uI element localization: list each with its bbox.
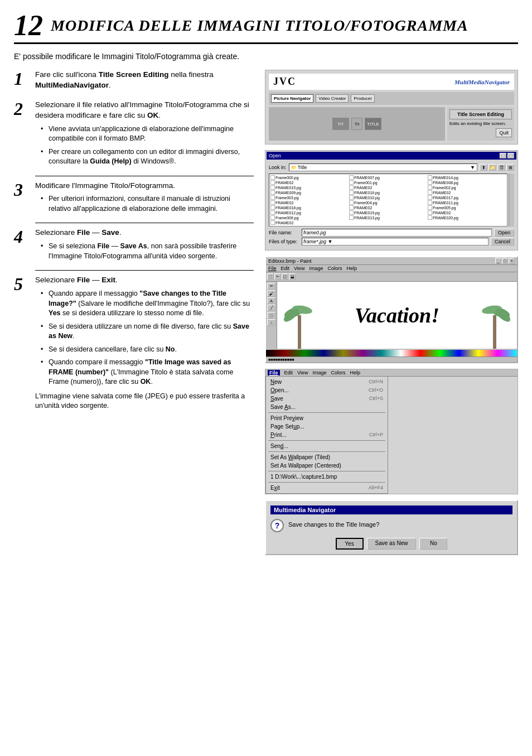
close-btn[interactable]: × — [509, 258, 515, 264]
minimize-btn[interactable]: _ — [495, 258, 501, 264]
paint-menu-edit[interactable]: Edit — [281, 266, 290, 271]
filename-label: File name: — [269, 230, 299, 235]
view-grid-icon[interactable]: ⊞ — [506, 164, 514, 171]
video-creator-btn[interactable]: Video Creator — [316, 94, 349, 103]
list-item[interactable]: FRAME015.pg — [270, 185, 349, 190]
filetype-row: Files of type: frame*.jpg ▼ Cancel — [269, 238, 514, 245]
paint-title: Editxxx.bmp - Paint — [268, 258, 312, 264]
list-item[interactable]: FRAME013.pg — [349, 215, 427, 220]
list-item[interactable]: FRAME02 — [349, 205, 427, 210]
dialog-close-btn[interactable]: × — [507, 153, 514, 158]
list-item[interactable]: FRAME02 — [270, 200, 349, 205]
paint-menu-help[interactable]: Help — [346, 266, 357, 271]
menu-wallpaper-tiled[interactable]: Set As Wallpaper (Tiled) — [266, 453, 388, 461]
list-item[interactable]: FRAME02 — [428, 210, 506, 215]
step-5-bullet-2: Se si desidera utilizzare un nome di fil… — [41, 322, 254, 341]
list-item[interactable]: Frame006.pg — [270, 215, 349, 220]
paint-menu-image[interactable]: Image — [309, 266, 323, 271]
file-menu-image-label[interactable]: Image — [312, 370, 326, 375]
step-1: 1 Fare clic sull'icona Title Screen Edit… — [14, 70, 254, 94]
list-item[interactable]: FRAME020.pg — [428, 215, 506, 220]
list-item[interactable]: FRAME019.pg — [349, 210, 427, 215]
list-item[interactable]: FRAME018.pg — [270, 205, 349, 210]
paint-menu-colors[interactable]: Colors — [327, 266, 342, 271]
menu-new[interactable]: New Ctrl+N — [266, 378, 388, 386]
list-item[interactable]: FRAME014.pg — [428, 175, 506, 180]
filetype-value: frame*.jpg — [303, 239, 326, 244]
lookin-combo[interactable]: 📁 Title ▼ — [289, 163, 477, 171]
menu-save-as[interactable]: Save As... — [266, 403, 388, 411]
tool-brush[interactable]: 🖌 — [267, 290, 275, 297]
list-item[interactable]: FRAME012.pg — [270, 210, 349, 215]
scrollbar[interactable] — [509, 174, 514, 227]
file-menu-colors-label[interactable]: Colors — [331, 370, 345, 375]
picture-navigator-btn[interactable]: Picture Navigator — [271, 94, 313, 103]
tool-pencil[interactable]: ✏ — [267, 283, 275, 290]
list-item[interactable]: Frame000.pg — [270, 175, 349, 180]
lookin-label: Look in: — [269, 165, 287, 170]
list-item[interactable]: Frame003.pg — [270, 195, 349, 200]
file-menu-view-label[interactable]: View — [297, 370, 308, 375]
open-btn[interactable]: Open — [494, 229, 514, 237]
list-item[interactable]: Frame002.pg — [428, 185, 506, 190]
filename-row: File name: frame0.pg Open — [269, 229, 514, 237]
file-menu-help-label[interactable]: Help — [350, 370, 360, 375]
maximize-btn[interactable]: □ — [502, 258, 508, 264]
list-item[interactable]: FRAME02 — [270, 180, 349, 185]
menu-page-setup[interactable]: Page Setup... — [266, 422, 388, 431]
list-item[interactable]: FRAME008.pg — [428, 180, 506, 185]
right-column: JVC MultiMediaNavigator Picture Navigato… — [265, 70, 518, 555]
tool-fill[interactable]: ⬓ — [289, 273, 296, 280]
list-item[interactable]: FRAME011.pg — [428, 200, 506, 205]
tool-select[interactable]: ⬚ — [267, 273, 274, 280]
title-screen-editing-btn[interactable]: Title Screen Editing — [449, 109, 512, 119]
list-item[interactable]: Frame001.pg — [349, 180, 427, 185]
list-item[interactable]: FRAME02 — [428, 190, 506, 195]
no-button[interactable]: No — [419, 538, 447, 550]
list-item[interactable]: FRAME016.pg — [349, 190, 427, 195]
paint-menu-file[interactable]: File — [268, 266, 277, 271]
tool-text[interactable]: A — [267, 297, 275, 304]
tool-free-select[interactable]: ✁ — [274, 273, 281, 280]
list-item[interactable]: FRAME010.pg — [349, 195, 427, 200]
jvc-nav-icons: Picture Navigator Video Creator Producer — [269, 92, 514, 105]
menu-wallpaper-centered[interactable]: Set As Wallpaper (Centered) — [266, 461, 388, 470]
list-item[interactable]: FRAME009.pg — [270, 190, 349, 195]
save-as-new-button[interactable]: Save as New — [367, 538, 417, 550]
back-icon[interactable]: ⬆ — [480, 164, 487, 171]
tool-line[interactable]: ╱ — [267, 305, 275, 311]
list-item[interactable]: Frame005.pg — [428, 205, 506, 210]
paint-menu-view[interactable]: View — [294, 266, 304, 271]
menu-exit[interactable]: Exit Alt+F4 — [266, 484, 388, 492]
step-4-content: Selezionare File — Save. Se si seleziona… — [35, 228, 254, 264]
menu-open[interactable]: Open... Ctrl+O — [266, 386, 388, 394]
dialog-help-btn[interactable]: ? — [500, 153, 506, 158]
step-1-number: 1 — [14, 70, 30, 88]
step-5-bullets: Quando appare il messaggio "Save changes… — [35, 289, 254, 387]
quit-btn[interactable]: Quit — [496, 128, 512, 137]
tool-oval[interactable]: ○ — [267, 319, 275, 326]
yes-button[interactable]: Yes — [336, 538, 364, 550]
tool-eraser[interactable]: ◻ — [282, 273, 288, 280]
list-item[interactable]: FRAME017.pg — [428, 195, 506, 200]
step-5: 5 Selezionare File — Exit. Quando appare… — [14, 275, 254, 411]
list-item[interactable]: FRAME02 — [270, 220, 349, 225]
cancel-btn[interactable]: Cancel — [491, 238, 514, 245]
menu-print-preview[interactable]: Print Preview — [266, 414, 388, 422]
producer-btn[interactable]: Producer — [351, 94, 374, 103]
list-item[interactable]: Frame004.pg — [349, 200, 427, 205]
new-folder-icon[interactable]: 📁 — [489, 164, 496, 171]
step-5-number: 5 — [14, 275, 30, 293]
file-list: Frame000.pg FRAME007.pg FRAME014.pg FRAM… — [269, 174, 507, 227]
menu-recent-file[interactable]: 1 D:\Work\...\capture1.bmp — [266, 473, 388, 481]
menu-send[interactable]: Send... — [266, 442, 388, 450]
menu-save[interactable]: Save Ctrl+S — [266, 394, 388, 403]
file-menu-edit-label[interactable]: Edit — [284, 370, 293, 375]
list-item[interactable]: FRAME007.pg — [349, 175, 427, 180]
menu-print[interactable]: Print... Ctrl+P — [266, 431, 388, 439]
filetype-combo[interactable]: frame*.jpg ▼ — [302, 238, 489, 245]
view-list-icon[interactable]: ☰ — [497, 164, 505, 171]
filename-input[interactable]: frame0.pg — [302, 229, 492, 237]
tool-rect[interactable]: □ — [267, 312, 275, 319]
list-item[interactable]: FRAME02 — [349, 185, 427, 190]
